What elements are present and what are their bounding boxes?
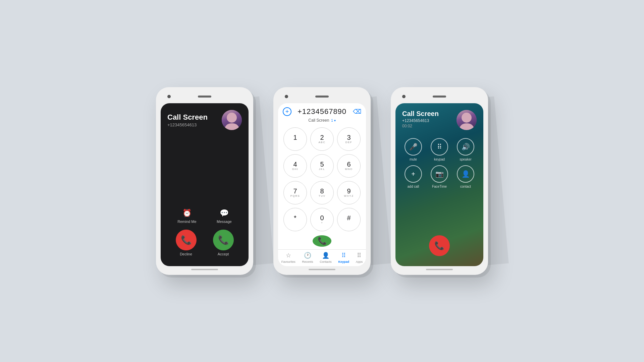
facetime-circle: 📷 [431,165,448,183]
key-5[interactable]: 5JKL [310,154,334,178]
phone-keypad: + +1234567890 ⌫ Call Screen 1 ▾ 1 2ABC 3… [273,87,371,275]
avatar-image [222,110,242,130]
favourites-label: Favourites [281,260,296,263]
recents-icon: 🕐 [304,252,311,259]
favourites-icon: ☆ [286,252,291,259]
avatar-body [224,123,239,130]
tab-favourites[interactable]: ☆ Favourites [281,252,296,263]
key-4[interactable]: 4GHI [283,154,307,178]
key-7[interactable]: 7PQRS [283,181,307,204]
facetime-label: FaceTime [432,185,447,188]
tab-keypad[interactable]: ⠿ Keypad [338,252,349,263]
tab-recents[interactable]: 🕐 Recents [302,252,313,263]
earpiece-speaker-3 [433,96,446,98]
keypad-grid: 1 2ABC 3DEF 4GHI 5JKL 6MNO 7PQRS 8TUV 9W… [278,125,366,233]
key-6[interactable]: 6MNO [337,154,361,178]
dialer-number-display: +1234567890 [293,107,351,116]
phone-bottom-bar-3 [395,269,483,270]
end-call-row: 📞 [402,235,477,256]
mute-control[interactable]: 🎤 mute [402,138,424,161]
message-label: Message [217,220,232,224]
key-0[interactable]: 0+ [310,208,334,231]
accept-label: Accept [218,252,229,256]
contact-control[interactable]: 👤 contact [454,165,477,188]
call-header: Call Screen +12345654613 [167,110,242,130]
decline-button[interactable]: 📞 [176,230,197,250]
proximity-sensor [238,95,242,98]
message-option[interactable]: 💬 Message [217,209,232,224]
call-screen-number: +12345654613 [167,122,208,127]
accept-button[interactable]: 📞 [213,230,234,250]
message-icon: 💬 [220,209,229,218]
dialer-contact-name: Call Screen [308,118,329,123]
add-call-control[interactable]: + add call [402,165,424,188]
keypad-control[interactable]: ⠿ keypad [428,138,450,161]
tab-bar: ☆ Favourites 🕐 Recents 👤 Contacts ⠿ Keyp… [278,249,366,266]
keypad-ctrl-label: keypad [434,158,445,161]
home-indicator [191,269,218,270]
facetime-control[interactable]: 📷 FaceTime [428,165,450,188]
dialer-delete-button[interactable]: ⌫ [353,107,361,116]
decline-label: Decline [180,252,192,256]
apps-icon: ⠿ [357,252,361,259]
remind-me-icon: ⏰ [182,209,192,218]
active-call-number: +12345654613 [402,118,439,123]
mute-label: mute [410,158,417,161]
contacts-label: Contacts [320,260,332,263]
key-9[interactable]: 9WXYZ [337,181,361,204]
speaker-control[interactable]: 🔊 speaker [454,138,477,161]
contact-circle: 👤 [457,165,474,183]
proximity-sensor-3 [473,95,477,98]
active-call-header: Call Screen +12345654613 00:02 [402,110,477,130]
phone-bottom-bar-2 [278,269,366,270]
dialer-add-button[interactable]: + [283,107,291,116]
call-controls-grid: 🎤 mute ⠿ keypad 🔊 speaker + add call [402,138,477,188]
tab-contacts[interactable]: 👤 Contacts [320,252,332,263]
avatar-head [227,113,237,123]
key-3[interactable]: 3DEF [337,127,361,151]
recents-label: Recents [302,260,313,263]
earpiece-speaker-2 [315,96,329,98]
active-call-screen: Call Screen +12345654613 00:02 🎤 [395,103,483,266]
key-8[interactable]: 8TUV [310,181,334,204]
call-options-row: ⏰ Remind Me 💬 Message [167,209,242,224]
call-timer: 00:02 [402,124,439,128]
decline-group: 📞 Decline [176,230,197,256]
key-2[interactable]: 2ABC [310,127,334,151]
mute-circle: 🎤 [405,138,422,156]
key-1[interactable]: 1 [283,127,307,151]
keypad-icon: ⠿ [341,252,346,259]
active-avatar-body [459,123,474,130]
keypad-label: Keypad [338,260,349,263]
phone-bottom-bar [161,269,249,270]
call-screen-title: Call Screen [167,113,208,122]
call-action-buttons: 📞 Decline 📞 Accept [167,230,242,256]
phone-active-call: Call Screen +12345654613 00:02 🎤 [391,87,488,275]
apps-label: Apps [356,260,363,263]
add-call-label: add call [408,185,419,188]
speaker-circle: 🔊 [457,138,474,156]
contacts-icon: 👤 [322,252,329,259]
key-hash[interactable]: # [337,208,361,231]
key-star[interactable]: * [283,208,307,231]
proximity-sensor-2 [356,95,359,98]
tab-apps[interactable]: ⠿ Apps [356,252,363,263]
dialer-name-row: Call Screen 1 ▾ [278,118,366,125]
active-call-title: Call Screen [402,110,439,118]
earpiece-speaker [198,96,211,98]
active-avatar-image [457,110,477,130]
keypad-circle: ⠿ [431,138,448,156]
add-call-circle: + [405,165,422,183]
active-avatar-head [462,113,472,123]
dialer-sim-indicator: 1 ▾ [331,119,335,122]
active-contact-avatar [457,110,477,130]
remind-me-option[interactable]: ⏰ Remind Me [177,209,196,224]
dial-call-button[interactable]: 📞 [313,235,331,247]
camera-sensor [167,95,171,98]
end-call-button[interactable]: 📞 [429,235,450,256]
incoming-call-screen: Call Screen +12345654613 ⏰ Remind Me [161,103,249,266]
home-indicator-3 [426,269,453,270]
active-call-info: Call Screen +12345654613 00:02 [402,110,439,128]
dialer-input-row: + +1234567890 ⌫ [278,103,366,118]
camera-sensor-3 [402,95,406,98]
